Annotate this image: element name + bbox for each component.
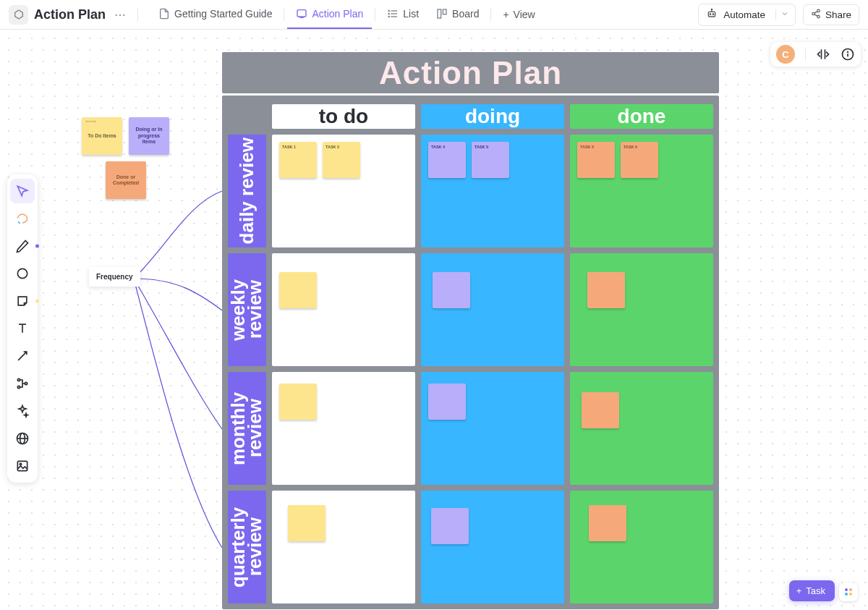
- share-icon: [811, 9, 821, 21]
- connector-tool[interactable]: [10, 344, 35, 368]
- page-title: Action Plan: [34, 7, 106, 22]
- svg-point-6: [388, 13, 389, 14]
- tab-list[interactable]: List: [378, 0, 427, 29]
- tab-board[interactable]: Board: [427, 0, 488, 29]
- tools-toolbar: [7, 174, 38, 483]
- task-card[interactable]: TASK 1: [279, 142, 317, 178]
- task-card[interactable]: [587, 272, 625, 308]
- task-label: TASK 2: [326, 145, 339, 149]
- tab-label: Getting Started Guide: [174, 8, 272, 20]
- task-card[interactable]: [582, 392, 619, 428]
- ai-tool[interactable]: [10, 399, 35, 423]
- view-tabs: Getting Started Guide Action Plan List B…: [150, 0, 544, 29]
- row-label-monthly: monthly review: [228, 372, 266, 485]
- row-monthly: monthly review: [222, 372, 719, 485]
- cell-weekly-done[interactable]: [570, 253, 713, 366]
- column-headers: to do doing done: [222, 96, 719, 129]
- chevron-down-icon[interactable]: [775, 9, 789, 20]
- task-card[interactable]: TASK 2: [323, 142, 360, 178]
- robot-icon: [706, 8, 718, 22]
- svg-line-19: [814, 14, 817, 15]
- cell-daily-done[interactable]: TASK 5 TASK 6: [570, 135, 713, 247]
- cell-quarterly-done[interactable]: [570, 491, 713, 603]
- sticky-tool[interactable]: [10, 289, 35, 313]
- lasso-tool[interactable]: [10, 206, 35, 231]
- info-icon[interactable]: [841, 47, 855, 62]
- separator: [284, 8, 284, 21]
- tab-action-plan[interactable]: Action Plan: [287, 0, 372, 29]
- task-card[interactable]: [279, 272, 317, 308]
- task-label: TASK 5: [580, 145, 594, 149]
- legend-todo-sticky[interactable]: Just text To Do Items: [82, 117, 122, 155]
- tiny-label: Just text: [85, 120, 96, 124]
- text-tool[interactable]: [10, 316, 35, 341]
- task-card[interactable]: [288, 505, 326, 541]
- shape-tool[interactable]: [10, 261, 35, 286]
- apps-grid-icon: [845, 588, 852, 596]
- color-dot-icon: [35, 245, 39, 248]
- automate-button[interactable]: Automate: [698, 4, 796, 26]
- svg-point-31: [25, 382, 27, 384]
- column-header-todo: to do: [272, 104, 415, 129]
- svg-rect-35: [17, 461, 27, 470]
- cell-quarterly-doing[interactable]: [421, 491, 564, 603]
- svg-point-30: [17, 386, 20, 388]
- cell-daily-todo[interactable]: TASK 1 TASK 2: [272, 135, 415, 247]
- add-view-button[interactable]: + View: [494, 9, 543, 20]
- cell-weekly-todo[interactable]: [272, 253, 415, 366]
- legend-done-sticky[interactable]: Done or Completed: [106, 161, 146, 199]
- task-card[interactable]: [431, 508, 469, 544]
- column-header-doing: doing: [421, 104, 564, 129]
- svg-point-17: [817, 15, 820, 18]
- action-plan-board: Action Plan to do doing done daily revie…: [222, 52, 719, 609]
- app-icon[interactable]: [9, 5, 28, 25]
- apps-button[interactable]: [839, 583, 858, 601]
- task-card[interactable]: TASK 6: [621, 142, 658, 178]
- avatar[interactable]: C: [776, 45, 795, 64]
- task-card[interactable]: TASK 5: [472, 142, 509, 178]
- row-daily: daily review TASK 1 TASK 2 TASK 4 TASK 5…: [222, 135, 719, 247]
- cell-monthly-done[interactable]: [570, 372, 713, 485]
- task-card[interactable]: TASK 4: [428, 142, 466, 178]
- tab-label: Action Plan: [312, 8, 363, 20]
- legend-doing-sticky[interactable]: Doing or In progress Items: [129, 117, 169, 155]
- web-tool[interactable]: [10, 426, 35, 451]
- task-label: TASK 4: [431, 145, 445, 149]
- svg-point-11: [710, 14, 711, 14]
- svg-point-25: [17, 268, 27, 278]
- frequency-node[interactable]: Frequency: [89, 267, 140, 287]
- select-tool[interactable]: [10, 179, 35, 203]
- separator: [805, 48, 806, 61]
- cell-daily-doing[interactable]: TASK 4 TASK 5: [421, 135, 564, 247]
- new-task-button[interactable]: + Task: [789, 580, 835, 601]
- cell-monthly-todo[interactable]: [272, 372, 415, 485]
- svg-point-16: [812, 12, 815, 15]
- legend-label: Doing or In progress Items: [132, 127, 166, 145]
- task-card[interactable]: [433, 272, 470, 308]
- whiteboard-canvas[interactable]: C Just text To Do Items Doing or In prog…: [0, 30, 868, 610]
- pen-tool[interactable]: [10, 234, 35, 258]
- svg-point-24: [848, 51, 848, 52]
- task-card[interactable]: [428, 384, 466, 420]
- task-card[interactable]: TASK 5: [577, 142, 615, 178]
- tab-getting-started[interactable]: Getting Started Guide: [150, 0, 281, 29]
- share-button[interactable]: Share: [803, 4, 859, 25]
- task-card[interactable]: [589, 505, 626, 541]
- fit-width-icon[interactable]: [816, 47, 830, 62]
- separator: [375, 8, 375, 21]
- board-title: Action Plan: [379, 55, 562, 91]
- row-label-weekly: weekly review: [228, 253, 266, 366]
- separator: [490, 8, 491, 21]
- task-label: TASK 5: [475, 145, 488, 149]
- canvas-toolbar-right: C: [770, 42, 861, 67]
- cell-weekly-doing[interactable]: [421, 253, 564, 366]
- more-icon[interactable]: ⋯: [111, 8, 129, 22]
- cell-monthly-doing[interactable]: [421, 372, 564, 485]
- cell-quarterly-todo[interactable]: [272, 491, 415, 603]
- image-tool[interactable]: [10, 454, 35, 478]
- frequency-label: Frequency: [96, 273, 133, 281]
- task-card[interactable]: [279, 384, 317, 420]
- svg-rect-1: [297, 10, 306, 17]
- mindmap-tool[interactable]: [10, 371, 35, 396]
- color-dot-icon: [35, 300, 39, 303]
